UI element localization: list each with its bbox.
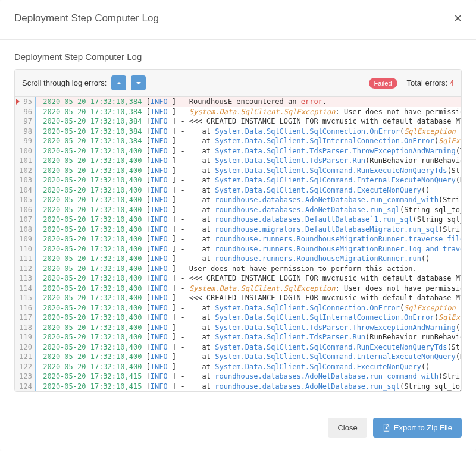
export-label: Export to Zip File bbox=[394, 423, 452, 432]
log-line[interactable]: 115 2020-05-20 17:32:10,400 [INFO ] - <<… bbox=[15, 293, 461, 303]
log-line[interactable]: 122 2020-05-20 17:32:10,400 [INFO ] - at… bbox=[15, 362, 461, 372]
export-button[interactable]: Export to Zip File bbox=[373, 418, 462, 438]
chevron-down-icon bbox=[136, 80, 142, 86]
log-line[interactable]: 108 2020-05-20 17:32:10,400 [INFO ] - at… bbox=[15, 225, 461, 235]
scroll-up-button[interactable] bbox=[111, 75, 126, 90]
log-text: 2020-05-20 17:32:10,400 [INFO ] - at rou… bbox=[35, 205, 461, 215]
log-line[interactable]: 105 2020-05-20 17:32:10,400 [INFO ] - at… bbox=[15, 195, 461, 205]
line-number: 114 bbox=[15, 284, 35, 294]
log-text: 2020-05-20 17:32:10,400 [INFO ] - at Sys… bbox=[35, 175, 461, 185]
log-line[interactable]: 99 2020-05-20 17:32:10,384 [INFO ] - at … bbox=[15, 136, 461, 146]
line-number: 120 bbox=[15, 342, 35, 353]
log-text: 2020-05-20 17:32:10,384 [INFO ] - Roundh… bbox=[35, 97, 461, 107]
log-text: 2020-05-20 17:32:10,400 [INFO ] - at rou… bbox=[35, 195, 461, 205]
line-number: 115 bbox=[15, 293, 35, 303]
log-line[interactable]: 119 2020-05-20 17:32:10,400 [INFO ] - at… bbox=[15, 332, 461, 342]
log-line[interactable]: 118 2020-05-20 17:32:10,400 [INFO ] - at… bbox=[15, 323, 461, 333]
line-number: 106 bbox=[15, 205, 35, 215]
log-text: 2020-05-20 17:32:10,400 [INFO ] - <<< CR… bbox=[35, 293, 461, 303]
line-number: 119 bbox=[15, 332, 35, 342]
log-text: 2020-05-20 17:32:10,400 [INFO ] - System… bbox=[35, 284, 461, 294]
log-text: 2020-05-20 17:32:10,400 [INFO ] - at rou… bbox=[35, 225, 461, 235]
line-number: 96 bbox=[15, 107, 35, 117]
log-text: 2020-05-20 17:32:10,400 [INFO ] - at Sys… bbox=[35, 185, 461, 196]
log-line[interactable]: 121 2020-05-20 17:32:10,400 [INFO ] - at… bbox=[15, 352, 461, 362]
line-number: 105 bbox=[15, 195, 35, 205]
log-line[interactable]: 113 2020-05-20 17:32:10,400 [INFO ] - <<… bbox=[15, 273, 461, 284]
log-line[interactable]: 114 2020-05-20 17:32:10,400 [INFO ] - Sy… bbox=[15, 284, 461, 294]
line-number: 97 bbox=[15, 117, 35, 127]
chevron-up-icon bbox=[116, 80, 122, 86]
log-line[interactable]: 102 2020-05-20 17:32:10,400 [INFO ] - at… bbox=[15, 166, 461, 176]
download-icon bbox=[383, 424, 390, 432]
line-number: 117 bbox=[15, 313, 35, 323]
log-text: 2020-05-20 17:32:10,400 [INFO ] - at Sys… bbox=[35, 342, 461, 353]
log-line[interactable]: 112 2020-05-20 17:32:10,400 [INFO ] - Us… bbox=[15, 264, 461, 274]
total-errors-label: Total errors: bbox=[407, 78, 450, 87]
close-button[interactable]: Close bbox=[328, 418, 367, 438]
line-number: 101 bbox=[15, 156, 35, 166]
scroll-down-button[interactable] bbox=[131, 75, 146, 90]
log-text: 2020-05-20 17:32:10,400 [INFO ] - <<< CR… bbox=[35, 273, 461, 284]
line-number: 124 bbox=[15, 382, 35, 392]
modal-header: Deployment Step Computer Log × bbox=[0, 0, 476, 40]
log-text: 2020-05-20 17:32:10,415 [INFO ] - at rou… bbox=[35, 372, 461, 382]
log-text: 2020-05-20 17:32:10,384 [INFO ] - at Sys… bbox=[35, 127, 461, 137]
line-number: 111 bbox=[15, 254, 35, 264]
line-number: 118 bbox=[15, 323, 35, 333]
log-text: 2020-05-20 17:32:10,400 [INFO ] - at Sys… bbox=[35, 362, 461, 372]
log-line[interactable]: 111 2020-05-20 17:32:10,400 [INFO ] - at… bbox=[15, 254, 461, 264]
total-errors: Total errors: 4 bbox=[407, 78, 454, 87]
line-number: 110 bbox=[15, 244, 35, 254]
log-text: 2020-05-20 17:32:10,400 [INFO ] - at rou… bbox=[35, 254, 461, 264]
line-number: 104 bbox=[15, 185, 35, 196]
line-number: 108 bbox=[15, 225, 35, 235]
log-text: 2020-05-20 17:32:10,400 [INFO ] - at rou… bbox=[35, 215, 461, 225]
log-panel: Scroll through log errors: Failed Total … bbox=[14, 69, 462, 392]
line-number: 102 bbox=[15, 166, 35, 176]
log-line[interactable]: 95 2020-05-20 17:32:10,384 [INFO ] - Rou… bbox=[15, 97, 461, 107]
log-body[interactable]: 95 2020-05-20 17:32:10,384 [INFO ] - Rou… bbox=[15, 97, 461, 391]
log-line[interactable]: 96 2020-05-20 17:32:10,384 [INFO ] - Sys… bbox=[15, 107, 461, 117]
log-line[interactable]: 104 2020-05-20 17:32:10,400 [INFO ] - at… bbox=[15, 185, 461, 196]
modal-title: Deployment Step Computer Log bbox=[14, 12, 159, 24]
modal-footer: Close Export to Zip File bbox=[0, 407, 476, 451]
line-number: 100 bbox=[15, 146, 35, 156]
log-text: 2020-05-20 17:32:10,400 [INFO ] - at rou… bbox=[35, 244, 461, 254]
line-number: 116 bbox=[15, 303, 35, 313]
log-text: 2020-05-20 17:32:10,400 [INFO ] - User d… bbox=[35, 264, 461, 274]
log-line[interactable]: 100 2020-05-20 17:32:10,400 [INFO ] - at… bbox=[15, 146, 461, 156]
line-number: 122 bbox=[15, 362, 35, 372]
log-line[interactable]: 123 2020-05-20 17:32:10,415 [INFO ] - at… bbox=[15, 372, 461, 382]
log-text: 2020-05-20 17:32:10,384 [INFO ] - <<< CR… bbox=[35, 117, 461, 127]
log-text: 2020-05-20 17:32:10,415 [INFO ] - at rou… bbox=[35, 382, 461, 392]
log-text: 2020-05-20 17:32:10,384 [INFO ] - at Sys… bbox=[35, 136, 461, 146]
log-line[interactable]: 97 2020-05-20 17:32:10,384 [INFO ] - <<<… bbox=[15, 117, 461, 127]
log-line[interactable]: 124 2020-05-20 17:32:10,415 [INFO ] - at… bbox=[15, 382, 461, 392]
log-line[interactable]: 107 2020-05-20 17:32:10,400 [INFO ] - at… bbox=[15, 215, 461, 225]
line-number: 121 bbox=[15, 352, 35, 362]
log-line[interactable]: 101 2020-05-20 17:32:10,400 [INFO ] - at… bbox=[15, 156, 461, 166]
log-text: 2020-05-20 17:32:10,400 [INFO ] - at Sys… bbox=[35, 332, 461, 342]
log-line[interactable]: 106 2020-05-20 17:32:10,400 [INFO ] - at… bbox=[15, 205, 461, 215]
line-number: 123 bbox=[15, 372, 35, 382]
log-text: 2020-05-20 17:32:10,400 [INFO ] - at Sys… bbox=[35, 313, 461, 323]
log-line[interactable]: 103 2020-05-20 17:32:10,400 [INFO ] - at… bbox=[15, 175, 461, 185]
log-toolbar: Scroll through log errors: Failed Total … bbox=[15, 70, 461, 97]
log-text: 2020-05-20 17:32:10,400 [INFO ] - at rou… bbox=[35, 234, 461, 244]
log-line[interactable]: 110 2020-05-20 17:32:10,400 [INFO ] - at… bbox=[15, 244, 461, 254]
log-text: 2020-05-20 17:32:10,384 [INFO ] - System… bbox=[35, 107, 461, 117]
log-line[interactable]: 109 2020-05-20 17:32:10,400 [INFO ] - at… bbox=[15, 234, 461, 244]
modal-dialog: Deployment Step Computer Log × Deploymen… bbox=[0, 0, 476, 451]
line-number: 109 bbox=[15, 234, 35, 244]
line-number: 113 bbox=[15, 273, 35, 284]
log-line[interactable]: 117 2020-05-20 17:32:10,400 [INFO ] - at… bbox=[15, 313, 461, 323]
log-line[interactable]: 116 2020-05-20 17:32:10,400 [INFO ] - at… bbox=[15, 303, 461, 313]
log-text: 2020-05-20 17:32:10,400 [INFO ] - at Sys… bbox=[35, 156, 461, 166]
total-errors-count: 4 bbox=[450, 78, 454, 87]
line-number: 95 bbox=[15, 97, 35, 107]
close-icon[interactable]: × bbox=[454, 12, 462, 25]
log-line[interactable]: 120 2020-05-20 17:32:10,400 [INFO ] - at… bbox=[15, 342, 461, 353]
line-number: 107 bbox=[15, 215, 35, 225]
log-line[interactable]: 98 2020-05-20 17:32:10,384 [INFO ] - at … bbox=[15, 127, 461, 137]
